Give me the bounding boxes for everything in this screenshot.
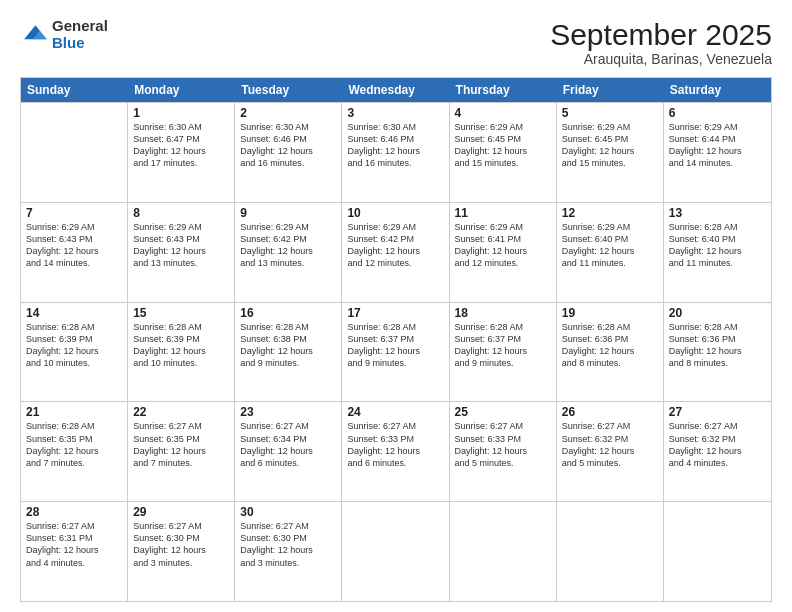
day-header-tuesday: Tuesday [235,78,342,102]
day-info: Sunrise: 6:28 AM Sunset: 6:36 PM Dayligh… [669,321,766,370]
table-row: 10Sunrise: 6:29 AM Sunset: 6:42 PM Dayli… [342,203,449,302]
day-number: 12 [562,206,658,220]
table-row: 2Sunrise: 6:30 AM Sunset: 6:46 PM Daylig… [235,103,342,202]
table-row [664,502,771,601]
day-header-wednesday: Wednesday [342,78,449,102]
day-info: Sunrise: 6:30 AM Sunset: 6:46 PM Dayligh… [347,121,443,170]
table-row: 22Sunrise: 6:27 AM Sunset: 6:35 PM Dayli… [128,402,235,501]
table-row: 30Sunrise: 6:27 AM Sunset: 6:30 PM Dayli… [235,502,342,601]
table-row: 9Sunrise: 6:29 AM Sunset: 6:42 PM Daylig… [235,203,342,302]
header: General Blue September 2025 Arauquita, B… [20,18,772,67]
table-row: 3Sunrise: 6:30 AM Sunset: 6:46 PM Daylig… [342,103,449,202]
table-row: 11Sunrise: 6:29 AM Sunset: 6:41 PM Dayli… [450,203,557,302]
calendar-row-4: 28Sunrise: 6:27 AM Sunset: 6:31 PM Dayli… [21,501,771,601]
day-number: 7 [26,206,122,220]
day-info: Sunrise: 6:29 AM Sunset: 6:42 PM Dayligh… [240,221,336,270]
table-row: 19Sunrise: 6:28 AM Sunset: 6:36 PM Dayli… [557,303,664,402]
day-number: 14 [26,306,122,320]
day-number: 18 [455,306,551,320]
day-info: Sunrise: 6:29 AM Sunset: 6:41 PM Dayligh… [455,221,551,270]
table-row: 18Sunrise: 6:28 AM Sunset: 6:37 PM Dayli… [450,303,557,402]
day-info: Sunrise: 6:29 AM Sunset: 6:44 PM Dayligh… [669,121,766,170]
day-number: 11 [455,206,551,220]
day-number: 30 [240,505,336,519]
day-info: Sunrise: 6:28 AM Sunset: 6:37 PM Dayligh… [455,321,551,370]
day-info: Sunrise: 6:27 AM Sunset: 6:33 PM Dayligh… [455,420,551,469]
table-row: 23Sunrise: 6:27 AM Sunset: 6:34 PM Dayli… [235,402,342,501]
day-number: 27 [669,405,766,419]
day-number: 17 [347,306,443,320]
logo-icon [20,21,48,49]
day-info: Sunrise: 6:28 AM Sunset: 6:39 PM Dayligh… [26,321,122,370]
logo-blue: Blue [52,34,85,51]
day-info: Sunrise: 6:27 AM Sunset: 6:31 PM Dayligh… [26,520,122,569]
logo-general: General [52,17,108,34]
day-info: Sunrise: 6:29 AM Sunset: 6:43 PM Dayligh… [133,221,229,270]
table-row: 25Sunrise: 6:27 AM Sunset: 6:33 PM Dayli… [450,402,557,501]
day-number: 3 [347,106,443,120]
month-title: September 2025 [550,18,772,51]
day-number: 19 [562,306,658,320]
table-row: 6Sunrise: 6:29 AM Sunset: 6:44 PM Daylig… [664,103,771,202]
calendar-row-1: 7Sunrise: 6:29 AM Sunset: 6:43 PM Daylig… [21,202,771,302]
day-info: Sunrise: 6:28 AM Sunset: 6:35 PM Dayligh… [26,420,122,469]
location-subtitle: Arauquita, Barinas, Venezuela [550,51,772,67]
logo: General Blue [20,18,108,51]
table-row: 26Sunrise: 6:27 AM Sunset: 6:32 PM Dayli… [557,402,664,501]
day-info: Sunrise: 6:29 AM Sunset: 6:43 PM Dayligh… [26,221,122,270]
day-info: Sunrise: 6:29 AM Sunset: 6:45 PM Dayligh… [455,121,551,170]
table-row: 16Sunrise: 6:28 AM Sunset: 6:38 PM Dayli… [235,303,342,402]
day-info: Sunrise: 6:27 AM Sunset: 6:32 PM Dayligh… [562,420,658,469]
day-header-sunday: Sunday [21,78,128,102]
table-row: 29Sunrise: 6:27 AM Sunset: 6:30 PM Dayli… [128,502,235,601]
day-header-saturday: Saturday [664,78,771,102]
day-info: Sunrise: 6:30 AM Sunset: 6:47 PM Dayligh… [133,121,229,170]
day-info: Sunrise: 6:28 AM Sunset: 6:38 PM Dayligh… [240,321,336,370]
table-row: 8Sunrise: 6:29 AM Sunset: 6:43 PM Daylig… [128,203,235,302]
day-number: 23 [240,405,336,419]
table-row: 27Sunrise: 6:27 AM Sunset: 6:32 PM Dayli… [664,402,771,501]
day-info: Sunrise: 6:29 AM Sunset: 6:40 PM Dayligh… [562,221,658,270]
day-number: 15 [133,306,229,320]
logo-text: General Blue [52,18,108,51]
calendar-row-3: 21Sunrise: 6:28 AM Sunset: 6:35 PM Dayli… [21,401,771,501]
day-number: 2 [240,106,336,120]
table-row: 12Sunrise: 6:29 AM Sunset: 6:40 PM Dayli… [557,203,664,302]
day-info: Sunrise: 6:28 AM Sunset: 6:39 PM Dayligh… [133,321,229,370]
table-row: 24Sunrise: 6:27 AM Sunset: 6:33 PM Dayli… [342,402,449,501]
title-block: September 2025 Arauquita, Barinas, Venez… [550,18,772,67]
day-number: 9 [240,206,336,220]
day-number: 24 [347,405,443,419]
table-row: 20Sunrise: 6:28 AM Sunset: 6:36 PM Dayli… [664,303,771,402]
day-info: Sunrise: 6:29 AM Sunset: 6:42 PM Dayligh… [347,221,443,270]
table-row: 15Sunrise: 6:28 AM Sunset: 6:39 PM Dayli… [128,303,235,402]
calendar-row-0: 1Sunrise: 6:30 AM Sunset: 6:47 PM Daylig… [21,102,771,202]
day-number: 1 [133,106,229,120]
table-row: 14Sunrise: 6:28 AM Sunset: 6:39 PM Dayli… [21,303,128,402]
table-row: 17Sunrise: 6:28 AM Sunset: 6:37 PM Dayli… [342,303,449,402]
calendar-header: SundayMondayTuesdayWednesdayThursdayFrid… [21,78,771,102]
day-info: Sunrise: 6:28 AM Sunset: 6:37 PM Dayligh… [347,321,443,370]
table-row: 1Sunrise: 6:30 AM Sunset: 6:47 PM Daylig… [128,103,235,202]
day-info: Sunrise: 6:27 AM Sunset: 6:30 PM Dayligh… [133,520,229,569]
table-row: 28Sunrise: 6:27 AM Sunset: 6:31 PM Dayli… [21,502,128,601]
day-header-thursday: Thursday [450,78,557,102]
table-row: 5Sunrise: 6:29 AM Sunset: 6:45 PM Daylig… [557,103,664,202]
day-info: Sunrise: 6:30 AM Sunset: 6:46 PM Dayligh… [240,121,336,170]
day-number: 20 [669,306,766,320]
table-row [21,103,128,202]
day-info: Sunrise: 6:27 AM Sunset: 6:34 PM Dayligh… [240,420,336,469]
day-info: Sunrise: 6:28 AM Sunset: 6:36 PM Dayligh… [562,321,658,370]
day-header-monday: Monday [128,78,235,102]
day-info: Sunrise: 6:28 AM Sunset: 6:40 PM Dayligh… [669,221,766,270]
day-info: Sunrise: 6:27 AM Sunset: 6:32 PM Dayligh… [669,420,766,469]
day-number: 13 [669,206,766,220]
calendar-body: 1Sunrise: 6:30 AM Sunset: 6:47 PM Daylig… [21,102,771,601]
calendar-row-2: 14Sunrise: 6:28 AM Sunset: 6:39 PM Dayli… [21,302,771,402]
day-number: 22 [133,405,229,419]
calendar: SundayMondayTuesdayWednesdayThursdayFrid… [20,77,772,602]
day-number: 6 [669,106,766,120]
table-row [342,502,449,601]
day-number: 16 [240,306,336,320]
day-info: Sunrise: 6:29 AM Sunset: 6:45 PM Dayligh… [562,121,658,170]
